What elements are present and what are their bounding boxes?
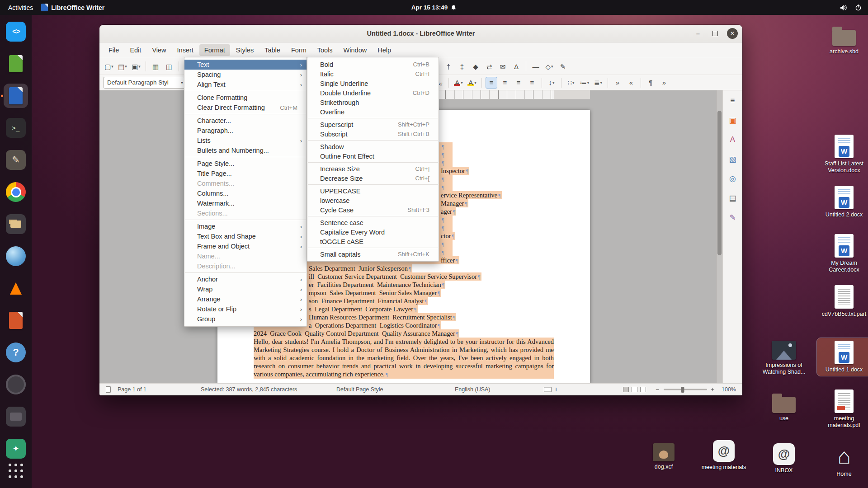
menu-item-subscript[interactable]: SubscriptShift+Ctrl+B: [307, 129, 439, 139]
menu-item-wrap[interactable]: Wrap›: [184, 284, 307, 294]
sidebar-styles-icon[interactable]: A: [726, 133, 740, 146]
desktop-icon-untitled-1-docx[interactable]: Untitled 1.docx: [817, 338, 868, 376]
minimize-button[interactable]: −: [693, 28, 703, 39]
menubar-view[interactable]: View: [147, 44, 171, 56]
dock-chrome[interactable]: [4, 180, 28, 204]
justified-icon[interactable]: ≡: [526, 77, 538, 89]
zoom-slider[interactable]: [664, 389, 707, 390]
dock-libreoffice-writer[interactable]: [4, 84, 28, 108]
dock-vlc[interactable]: [4, 276, 28, 300]
desktop-icon-meeting-materials-pdf[interactable]: meeting materials.pdf: [817, 387, 868, 432]
desktop-icon-untitled-2-docx[interactable]: Untitled 2.docx: [817, 183, 868, 221]
menu-item-outline-font-effect[interactable]: Outline Font Effect: [307, 151, 439, 161]
menubar-insert[interactable]: Insert: [172, 44, 198, 56]
outline-list-icon[interactable]: ≣▾: [592, 77, 604, 89]
menubar-styles[interactable]: Styles: [231, 44, 259, 56]
menu-item-columns[interactable]: Columns...: [184, 188, 307, 198]
track-changes-icon[interactable]: ∆: [510, 61, 522, 72]
line-spacing-icon[interactable]: ↕▾: [546, 77, 557, 89]
menu-item-toggle-case[interactable]: tOGGLE cASE: [307, 237, 439, 246]
zoom-slider-thumb[interactable]: [681, 387, 684, 393]
document-paragraph[interactable]: Hello, dear students! I'm Amelia Thompso…: [254, 338, 554, 379]
maximize-button[interactable]: [710, 28, 721, 39]
insert-endnote-icon[interactable]: ‡: [456, 61, 468, 72]
menu-item-text[interactable]: Text›: [184, 60, 307, 70]
menu-item-group[interactable]: Group›: [184, 314, 307, 324]
menu-item-strikethrough[interactable]: Strikethrough: [307, 98, 439, 107]
menu-item-lists[interactable]: Lists›: [184, 136, 307, 145]
insert-bookmark-icon[interactable]: ◆: [470, 61, 481, 72]
dock-help[interactable]: ?: [4, 340, 28, 365]
menu-item-frame-and-object[interactable]: Frame and Object›: [184, 241, 307, 251]
menu-item-capitalize-every-word[interactable]: Capitalize Every Word: [307, 227, 439, 237]
clock-menu[interactable]: Apr 15 13:49: [406, 0, 462, 15]
sidebar-style-inspector-icon[interactable]: ✎: [726, 211, 740, 224]
menu-item-arrange[interactable]: Arrange›: [184, 294, 307, 304]
paragraph-style-combo[interactable]: Default Paragraph Styl▾: [103, 77, 185, 89]
desktop-icon-staff-list-latest-version-docx[interactable]: Staff List Latest Version.docx: [817, 132, 868, 177]
zoom-out-button[interactable]: −: [656, 386, 659, 393]
sidebar-sidebar-settings-icon[interactable]: ≡: [726, 94, 740, 108]
page-count[interactable]: Page 1 of 1: [118, 386, 146, 393]
decrease-indent-icon[interactable]: «: [625, 77, 637, 89]
multi-page-view-button[interactable]: [632, 387, 637, 392]
print-icon[interactable]: ▦: [150, 61, 161, 72]
print-preview-icon[interactable]: ◫: [163, 61, 175, 72]
menu-item-bullets-and-numbering[interactable]: Bullets and Numbering...: [184, 145, 307, 155]
sidebar-gallery-icon[interactable]: ▧: [726, 152, 740, 166]
menu-item-anchor[interactable]: Anchor›: [184, 274, 307, 284]
menu-item-align-text[interactable]: Align Text›: [184, 80, 307, 89]
insert-footnote-icon[interactable]: †: [443, 61, 454, 72]
menu-item-character[interactable]: Character...: [184, 116, 307, 126]
menubar-file[interactable]: File: [104, 44, 124, 56]
desktop-icon-impressions-of-watching-shad[interactable]: Impressions of Watching Shad...: [757, 338, 811, 378]
focused-app-indicator[interactable]: LibreOffice Writer: [41, 4, 104, 11]
ordered-list-icon[interactable]: ≔▾: [579, 77, 590, 89]
unordered-list-icon[interactable]: ∷▾: [565, 77, 577, 89]
single-page-view-button[interactable]: [623, 387, 629, 392]
menu-item-small-capitals[interactable]: Small capitalsShift+Ctrl+K: [307, 249, 439, 259]
align-center-icon[interactable]: ≡: [499, 77, 511, 89]
document-modified-icon[interactable]: [106, 386, 111, 393]
menu-item-spacing[interactable]: Spacing›: [184, 70, 307, 80]
system-status-area[interactable]: [840, 0, 868, 15]
dock-gimp[interactable]: ✎: [4, 148, 28, 172]
dock-files[interactable]: [4, 212, 28, 236]
desktop-icon-dog-xcf[interactable]: dog.xcf: [637, 441, 691, 473]
dock-terminal[interactable]: >_: [4, 116, 28, 140]
toolbar-overflow-icon[interactable]: »: [658, 77, 670, 89]
desktop-icon-cdv7bb5c-txt-part[interactable]: cdV7bB5c.txt.part: [817, 282, 868, 320]
desktop-icon-home[interactable]: Home: [817, 441, 868, 480]
dock-libreoffice-impress[interactable]: [4, 308, 28, 333]
dock-browser[interactable]: [4, 244, 28, 268]
menu-item-title-page[interactable]: Title Page...: [184, 169, 307, 178]
menu-item-rotate-or-flip[interactable]: Rotate or Flip›: [184, 304, 307, 314]
menu-item-increase-size[interactable]: Increase SizeCtrl+]: [307, 164, 439, 174]
desktop-icon-my-dream-career-docx[interactable]: My Dream Career.docx: [817, 231, 868, 276]
show-applications-button[interactable]: [5, 461, 27, 481]
menubar-edit[interactable]: Edit: [125, 44, 146, 56]
close-button[interactable]: ✕: [727, 28, 738, 39]
zoom-in-button[interactable]: +: [711, 386, 714, 393]
basic-shapes-icon[interactable]: ◇▾: [543, 61, 555, 72]
book-view-button[interactable]: [640, 387, 646, 392]
sidebar-properties-icon[interactable]: ▣: [726, 113, 740, 127]
align-right-icon[interactable]: ≡: [513, 77, 524, 89]
highlight-color-icon[interactable]: A▾: [466, 77, 478, 89]
selection-mode-icon[interactable]: [544, 387, 552, 392]
menu-item-page-style[interactable]: Page Style...: [184, 159, 307, 169]
sidebar-navigator-icon[interactable]: ◎: [726, 172, 740, 185]
menu-item-cycle-case[interactable]: Cycle CaseShift+F3: [307, 205, 439, 215]
menubar-help[interactable]: Help: [373, 44, 396, 56]
zoom-level[interactable]: 100%: [722, 386, 736, 393]
page-style[interactable]: Default Page Style: [336, 386, 383, 393]
save-icon[interactable]: ▣▾: [130, 61, 142, 72]
dock-code[interactable]: <>: [4, 19, 28, 44]
desktop-icon-use[interactable]: use: [757, 389, 811, 425]
menu-item-text-box-and-shape[interactable]: Text Box and Shape›: [184, 231, 307, 241]
menu-item-lowercase[interactable]: lowercase: [307, 196, 439, 205]
new-document-icon[interactable]: ▢▾: [103, 61, 115, 72]
menu-item-decrease-size[interactable]: Decrease SizeCtrl+[: [307, 174, 439, 183]
open-icon[interactable]: ▤▾: [117, 61, 128, 72]
draw-functions-icon[interactable]: ✎: [557, 61, 569, 72]
